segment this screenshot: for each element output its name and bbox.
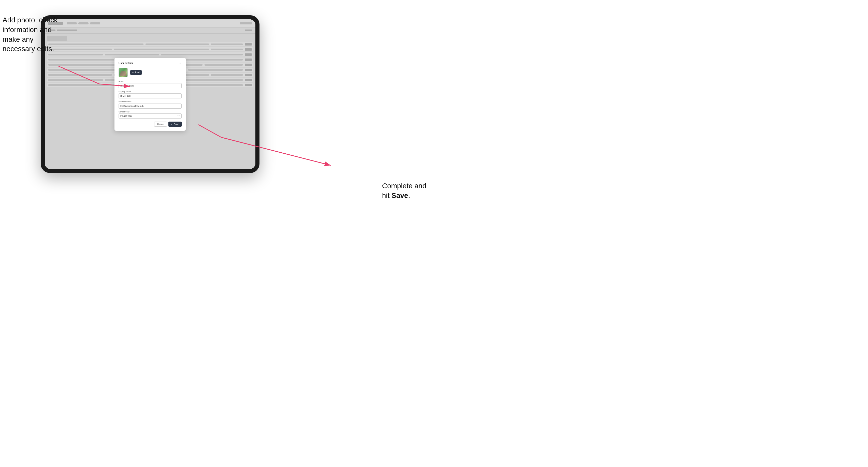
save-button[interactable]: ⤓ Save — [168, 122, 182, 127]
school-year-label: School Year — [119, 111, 182, 113]
photo-section: Upload — [119, 68, 182, 77]
email-field-group: Email address — [119, 100, 182, 108]
school-year-field-group: School Year Fourth Year First Year Secon… — [119, 111, 182, 119]
modal-footer: Cancel ⤓ Save — [119, 122, 182, 127]
cancel-button[interactable]: Cancel — [154, 122, 167, 127]
display-name-label: Display name — [119, 90, 182, 93]
modal-overlay[interactable]: User details × Upload Name Display name — [45, 19, 255, 169]
annotation-left: Add photo, check information and make an… — [3, 15, 59, 54]
email-label: Email address — [119, 100, 182, 103]
modal-header: User details × — [119, 62, 182, 65]
annotation-right: Complete and hit Save. — [382, 181, 426, 200]
display-name-field-group: Display name — [119, 90, 182, 98]
user-details-modal: User details × Upload Name Display name — [115, 58, 186, 131]
tablet-screen: User details × Upload Name Display name — [45, 19, 255, 169]
name-input[interactable] — [119, 83, 182, 88]
name-field-group: Name — [119, 80, 182, 88]
upload-photo-button[interactable]: Upload — [130, 70, 142, 75]
school-year-select[interactable]: Fourth Year First Year Second Year Third… — [119, 114, 182, 119]
modal-close-button[interactable]: × — [179, 62, 182, 65]
name-label: Name — [119, 80, 182, 83]
user-photo-thumbnail — [119, 68, 128, 77]
tablet-frame: User details × Upload Name Display name — [41, 15, 259, 173]
save-icon: ⤓ — [171, 123, 173, 125]
display-name-input[interactable] — [119, 93, 182, 98]
save-button-label: Save — [174, 123, 179, 125]
school-year-select-wrapper: Fourth Year First Year Second Year Third… — [119, 114, 182, 119]
modal-title: User details — [119, 62, 133, 65]
email-input[interactable] — [119, 103, 182, 108]
